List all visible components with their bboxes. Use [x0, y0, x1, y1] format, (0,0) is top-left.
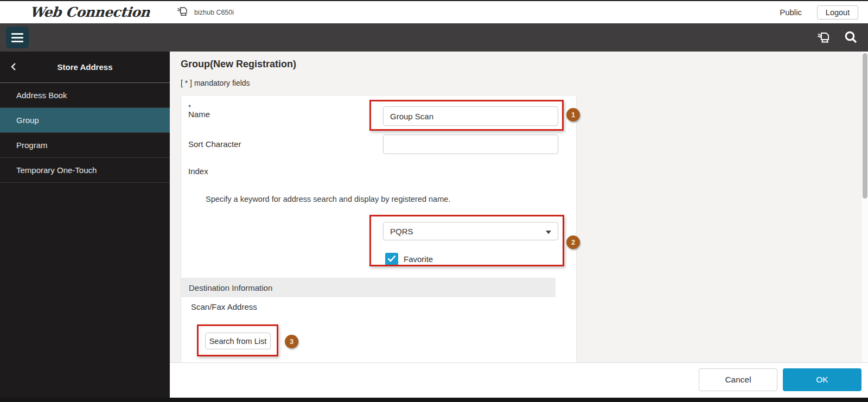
index-label: Index [188, 162, 208, 181]
search-icon[interactable] [844, 30, 858, 47]
name-label: Name [188, 110, 210, 119]
sidebar-title: Store Address [58, 62, 113, 72]
sidebar-item-address-book[interactable]: Address Book [0, 83, 170, 108]
logout-button[interactable]: Logout [817, 5, 858, 20]
device-status-icon[interactable] [816, 30, 832, 47]
sidebar-item-group[interactable]: Group [0, 108, 170, 133]
sidebar-header: Store Address [0, 52, 170, 83]
main-content: Group(New Registration) [ * ] mandatory … [170, 52, 868, 362]
bottom-strip [0, 398, 868, 402]
favorite-label: Favorite [404, 253, 433, 266]
app-header: Web Connection bizhub C650i Public Logou… [0, 0, 868, 23]
cancel-button[interactable]: Cancel [699, 368, 777, 391]
web-connection-app: Web Connection bizhub C650i Public Logou… [0, 0, 868, 402]
footer-action-bar: Cancel OK [170, 362, 868, 398]
sidebar-item-program[interactable]: Program [0, 133, 170, 158]
vertical-scrollbar [861, 52, 868, 362]
index-selected-option: PQRS [390, 227, 413, 236]
search-from-list-button[interactable]: Search from List [205, 333, 271, 349]
index-hint: Specify a keyword for address search and… [206, 195, 450, 203]
scrollbar-thumb[interactable] [863, 53, 867, 199]
annotation-badge-2: 2 [566, 235, 580, 249]
destination-information-title: Destination Information [189, 283, 272, 292]
sort-character-input[interactable] [383, 135, 558, 154]
toolbar [0, 23, 868, 52]
scan-fax-address-label: Scan/Fax Address [191, 302, 257, 311]
ok-button[interactable]: OK [783, 368, 861, 391]
mfp-printer-icon [176, 5, 190, 20]
page-title: Group(New Registration) [181, 59, 296, 70]
required-marker: * [188, 103, 210, 110]
caret-down-icon [546, 227, 551, 236]
annotation-badge-3: 3 [285, 335, 298, 348]
favorite-checkbox[interactable] [385, 253, 398, 266]
user-role-label: Public [780, 8, 802, 17]
destination-information-header: Destination Information [181, 278, 556, 297]
back-chevron-icon[interactable] [8, 61, 20, 73]
sort-character-label: Sort Character [188, 135, 241, 154]
checkmark-icon [387, 254, 396, 264]
app-logo: Web Connection [29, 4, 150, 20]
device-info: bizhub C650i [176, 5, 234, 20]
registration-form: * Name Sort Character Index Specify a ke… [181, 95, 577, 362]
name-input[interactable] [383, 106, 558, 126]
mandatory-fields-note: [ * ] mandatory fields [181, 79, 250, 87]
name-label-block: * Name [188, 103, 210, 119]
index-select[interactable]: PQRS [383, 222, 558, 240]
device-name: bizhub C650i [194, 9, 234, 16]
hamburger-menu-button[interactable] [6, 27, 29, 48]
sidebar: Store Address Address Book Group Program… [0, 52, 170, 398]
sidebar-item-temporary-one-touch[interactable]: Temporary One-Touch [0, 158, 170, 183]
annotation-badge-1: 1 [566, 108, 580, 122]
